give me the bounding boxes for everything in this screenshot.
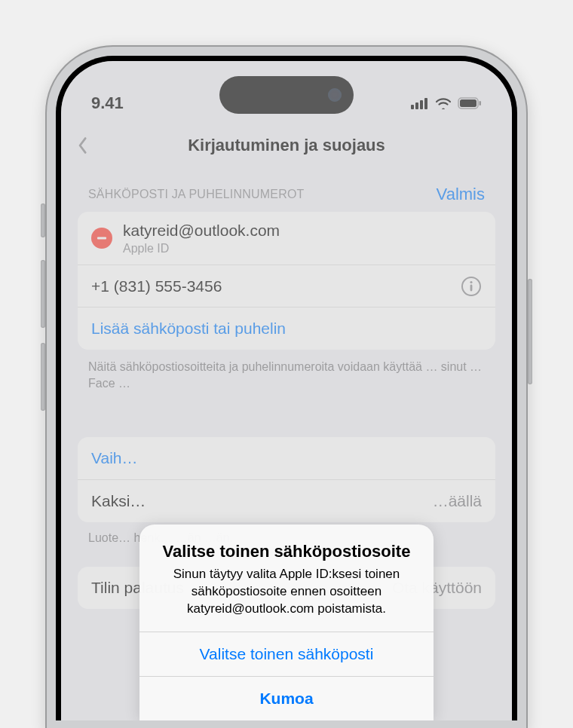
- phone-frame: 9.41: [45, 45, 528, 728]
- alert-choose-button[interactable]: Valitse toinen sähköposti: [139, 632, 434, 676]
- alert-message: Sinun täytyy valita Apple ID:ksesi toine…: [161, 566, 412, 618]
- alert-title: Valitse toinen sähköpostiosoite: [161, 541, 412, 562]
- alert-dialog: Valitse toinen sähköpostiosoite Sinun tä…: [139, 525, 434, 720]
- alert-cancel-button[interactable]: Kumoa: [139, 676, 434, 720]
- side-button-power: [528, 279, 532, 384]
- screen: 9.41: [56, 56, 517, 720]
